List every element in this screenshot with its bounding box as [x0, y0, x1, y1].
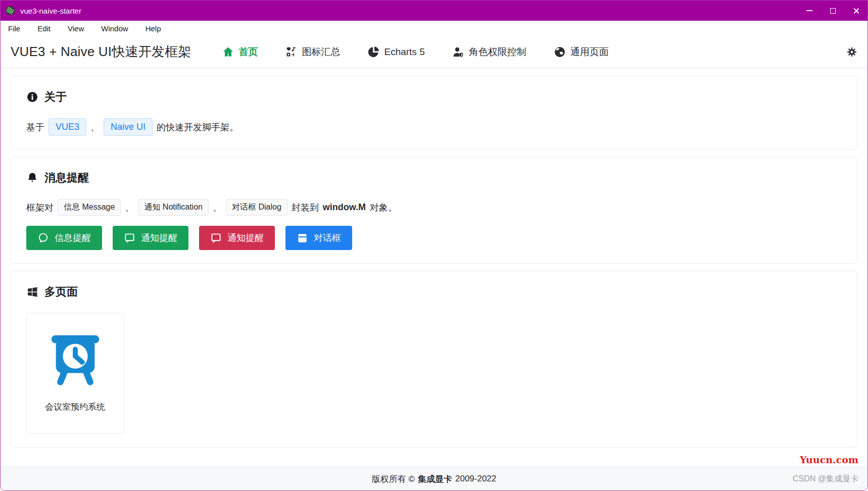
nav-item-icons[interactable]: 图标汇总	[285, 45, 340, 59]
menubar: File Edit View Window Help	[1, 21, 867, 36]
message-bubble-icon	[37, 232, 49, 244]
about-card-title: 关于	[44, 89, 67, 105]
pages-card-heading: 多页面	[26, 284, 842, 300]
minimize-icon	[806, 10, 812, 11]
icon-collection-icon	[285, 46, 297, 58]
page-title: VUE3 + Naive UI快速开发框架	[11, 43, 191, 61]
message-text-prefix: 框架对	[26, 202, 54, 214]
about-card: 关于 基于 VUE3 、 Naive UI 的快速开发脚手架。	[11, 76, 857, 150]
gear-icon	[846, 46, 857, 58]
maximize-icon	[830, 8, 836, 14]
window-controls	[798, 1, 867, 21]
window-m-object: window.M	[323, 202, 366, 213]
footer-text-suffix: 2009-2022	[455, 474, 496, 484]
bell-icon	[26, 172, 38, 184]
menu-file[interactable]: File	[6, 23, 22, 34]
message-text-mid: 封装到	[292, 202, 319, 214]
dialog-button[interactable]: 对话框	[285, 226, 352, 250]
pages-card-title: 多页面	[44, 284, 78, 300]
message-buttons-row: 信息提醒 通知提醒 通知提醒	[26, 226, 842, 250]
button-label: 通知提醒	[227, 232, 264, 244]
separator: 、	[125, 202, 134, 214]
close-icon	[853, 8, 859, 14]
button-label: 对话框	[314, 232, 341, 244]
dialog-window-icon	[297, 232, 308, 244]
message-card-text: 框架对 信息 Message 、 通知 Notification 、 对话框 D…	[26, 199, 842, 216]
about-card-heading: 关于	[26, 89, 842, 105]
pages-card: 多页面 会议室预约系统	[11, 271, 857, 448]
nav-label: 图标汇总	[302, 45, 340, 59]
menu-view[interactable]: View	[66, 23, 86, 34]
meeting-board-icon	[45, 329, 105, 389]
role-permission-icon	[452, 46, 464, 58]
about-text-prefix: 基于	[26, 121, 44, 133]
nav-label: Echarts 5	[384, 46, 424, 58]
chip-message: 信息 Message	[58, 199, 121, 216]
notify-alert-button-green[interactable]: 通知提醒	[113, 226, 188, 250]
nav-item-echarts[interactable]: Echarts 5	[367, 46, 424, 58]
nav-label: 通用页面	[570, 45, 609, 59]
site-watermark: Yuucn.com	[800, 454, 858, 465]
notification-bubble-icon	[210, 232, 222, 244]
about-text-suffix: 的快速开发脚手架。	[157, 121, 238, 133]
footer-text-prefix: 版权所有 ©	[372, 473, 415, 485]
meeting-room-tile[interactable]: 会议室预约系统	[26, 313, 124, 434]
pie-chart-icon	[367, 46, 379, 58]
nav-label: 首页	[238, 45, 258, 59]
globe-icon	[554, 46, 566, 58]
app-window: vue3-naive-starter File Edit View Window…	[0, 0, 868, 491]
footer-brand: 集成显卡	[418, 473, 452, 485]
maximize-button[interactable]	[821, 1, 844, 21]
message-alert-button[interactable]: 信息提醒	[26, 226, 102, 250]
button-label: 信息提醒	[55, 232, 91, 244]
menu-window[interactable]: Window	[99, 23, 130, 34]
minimize-button[interactable]	[798, 1, 821, 21]
footer: 版权所有 © 集成显卡 2009-2022	[1, 467, 867, 490]
chip-dialog: 对话框 Dialog	[226, 199, 287, 216]
csdn-watermark: CSDN @集成显卡	[793, 474, 858, 484]
message-text-suffix: 对象。	[370, 202, 397, 214]
app-header: VUE3 + Naive UI快速开发框架 首页 图标汇总	[1, 36, 867, 68]
message-card: 消息提醒 框架对 信息 Message 、 通知 Notification 、 …	[11, 157, 857, 264]
main-nav: 首页 图标汇总 Echarts 5	[222, 45, 608, 59]
about-card-text: 基于 VUE3 、 Naive UI 的快速开发脚手架。	[26, 118, 842, 136]
menu-help[interactable]: Help	[143, 23, 163, 34]
home-icon	[222, 46, 234, 58]
notification-bubble-icon	[124, 232, 135, 244]
vue3-link[interactable]: VUE3	[49, 118, 86, 136]
close-button[interactable]	[844, 1, 867, 21]
button-label: 通知提醒	[141, 232, 177, 244]
message-card-title: 消息提醒	[44, 170, 89, 185]
window-title: vue3-naive-starter	[20, 7, 81, 15]
windows-icon	[26, 286, 38, 298]
settings-button[interactable]	[846, 46, 857, 58]
nav-item-home[interactable]: 首页	[222, 45, 258, 59]
tile-label: 会议室预约系统	[27, 401, 123, 413]
chip-notification: 通知 Notification	[138, 199, 209, 216]
main-content: 关于 基于 VUE3 、 Naive UI 的快速开发脚手架。 消息提醒 框架对	[1, 68, 867, 467]
nav-item-roles[interactable]: 角色权限控制	[452, 45, 526, 59]
naive-ui-link[interactable]: Naive UI	[104, 118, 153, 136]
menu-edit[interactable]: Edit	[35, 23, 53, 34]
app-icon	[5, 6, 15, 16]
titlebar: vue3-naive-starter	[1, 1, 867, 21]
nav-label: 角色权限控制	[469, 45, 526, 59]
info-icon	[26, 91, 38, 103]
notify-alert-button-red[interactable]: 通知提醒	[199, 226, 275, 250]
message-card-heading: 消息提醒	[26, 170, 842, 185]
separator: 、	[213, 202, 222, 214]
nav-item-common[interactable]: 通用页面	[554, 45, 609, 59]
separator: 、	[90, 121, 100, 133]
